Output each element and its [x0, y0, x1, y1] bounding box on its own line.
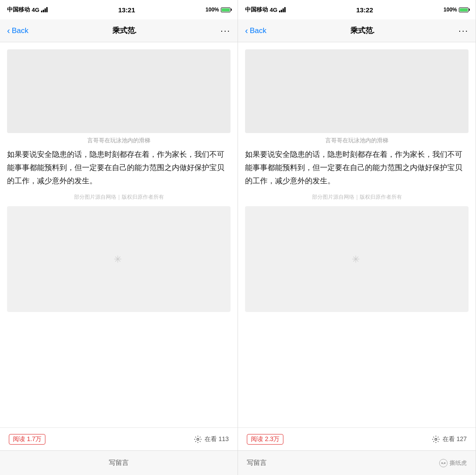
phone-panel-2: 中国移动 4G 13:22 100% ‹ Back 乘式范. ···	[238, 0, 476, 475]
status-left-1: 中国移动 4G	[7, 6, 48, 14]
loading-image-1: ✳	[7, 206, 231, 312]
back-chevron-2: ‹	[245, 26, 248, 36]
comment-button-2[interactable]: 写留言	[247, 459, 267, 467]
signal-bar-8	[284, 7, 286, 12]
status-right-2: 100%	[443, 7, 469, 13]
nav-more-1[interactable]: ···	[220, 26, 231, 36]
time-1: 13:21	[118, 6, 135, 14]
copyright-1: 部分图片源自网络｜版权归原作者所有	[0, 191, 238, 206]
carrier-2: 中国移动	[245, 6, 268, 14]
signal-bars-1	[41, 7, 48, 12]
status-bar-1: 中国移动 4G 13:21 100%	[0, 0, 238, 19]
article-text-2: 如果要说安全隐患的话，隐患时刻都存在着，作为家长，我们不可能事事都能预料到，但一…	[238, 148, 476, 191]
caption-2: 言哥哥在玩泳池内的滑梯	[238, 133, 476, 148]
carrier-1: 中国移动	[7, 6, 30, 14]
network-2: 4G	[270, 7, 277, 13]
watching-label-2: 在看 127	[443, 435, 467, 443]
gear-icon-1	[194, 435, 202, 443]
signal-bars-2	[279, 7, 286, 12]
signal-bar-6	[281, 10, 282, 12]
watching-label-1: 在看 113	[205, 435, 229, 443]
battery-fill-1	[222, 8, 230, 11]
phone-panel-1: 中国移动 4G 13:21 100% ‹ Back 乘式范. ···	[0, 0, 238, 475]
read-count-1: 阅读 1.7万	[9, 434, 45, 445]
signal-bar-7	[283, 8, 284, 12]
time-2: 13:22	[356, 6, 373, 14]
read-count-2: 阅读 2.3万	[247, 434, 283, 445]
status-right-1: 100%	[205, 7, 231, 13]
back-label-2: Back	[250, 26, 267, 35]
nav-bar-1: ‹ Back 乘式范. ···	[0, 19, 238, 42]
nav-bar-2: ‹ Back 乘式范. ···	[238, 19, 476, 42]
signal-bar-2	[43, 10, 44, 12]
battery-pct-2: 100%	[443, 7, 457, 13]
status-bar-2: 中国移动 4G 13:22 100%	[238, 0, 476, 19]
nav-title-1: 乘式范.	[112, 26, 137, 36]
bottom-bar-right-2: 撕纸虎	[439, 459, 467, 468]
stats-bar-1: 阅读 1.7万 在看 113	[0, 427, 238, 450]
watermark-logo-icon	[439, 459, 448, 468]
stats-bar-2: 阅读 2.3万 在看 127	[238, 427, 476, 450]
bottom-bar-1: 写留言	[0, 450, 238, 475]
battery-icon-1	[221, 7, 231, 12]
comment-button-1[interactable]: 写留言	[109, 459, 129, 467]
back-button-2[interactable]: ‹ Back	[245, 26, 266, 36]
content-1: 言哥哥在玩泳池内的滑梯 如果要说安全隐患的话，隐患时刻都存在着，作为家长，我们不…	[0, 42, 238, 427]
signal-bar-3	[45, 8, 46, 12]
svg-point-1	[435, 438, 437, 440]
nav-more-2[interactable]: ···	[458, 26, 469, 36]
signal-bar-1	[41, 11, 42, 12]
back-chevron-1: ‹	[7, 26, 10, 36]
back-button-1[interactable]: ‹ Back	[7, 26, 28, 36]
status-left-2: 中国移动 4G	[245, 6, 286, 14]
article-text-1: 如果要说安全隐患的话，隐患时刻都存在着，作为家长，我们不可能事事都能预料到，但一…	[0, 148, 238, 191]
battery-pct-1: 100%	[205, 7, 219, 13]
svg-point-0	[197, 438, 199, 440]
signal-bar-4	[46, 7, 48, 12]
top-image-1	[7, 49, 231, 133]
watching-1: 在看 113	[194, 435, 229, 443]
back-label-1: Back	[12, 26, 29, 35]
spinner-icon-1: ✳	[114, 254, 124, 264]
nav-title-2: 乘式范.	[350, 26, 375, 36]
content-2: 言哥哥在玩泳池内的滑梯 如果要说安全隐患的话，隐患时刻都存在着，作为家长，我们不…	[238, 42, 476, 427]
copyright-2: 部分图片源自网络｜版权归原作者所有	[238, 191, 476, 206]
watermark-2: 撕纸虎	[439, 459, 467, 468]
battery-fill-2	[460, 8, 468, 11]
gear-icon-2	[432, 435, 440, 443]
top-image-2	[245, 49, 469, 133]
loading-image-2: ✳	[245, 206, 469, 312]
caption-1: 言哥哥在玩泳池内的滑梯	[0, 133, 238, 148]
bottom-bar-2: 写留言 撕纸虎	[238, 450, 476, 475]
network-1: 4G	[32, 7, 39, 13]
watching-2: 在看 127	[432, 435, 467, 443]
svg-point-2	[439, 459, 447, 467]
spinner-icon-2: ✳	[352, 254, 362, 264]
watermark-text-2: 撕纸虎	[450, 459, 467, 467]
signal-bar-5	[279, 11, 280, 12]
battery-icon-2	[459, 7, 469, 12]
